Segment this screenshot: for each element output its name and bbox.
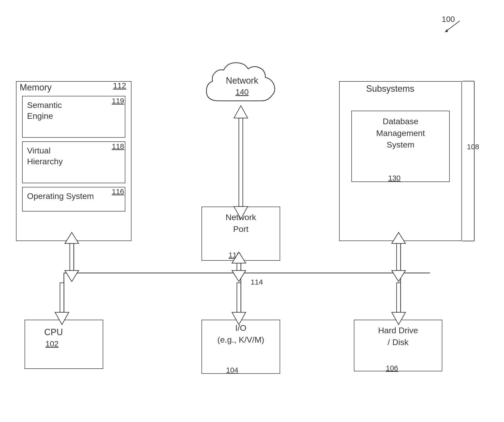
network-cloud: Network 140 <box>199 52 288 116</box>
semantic-engine-label: SemanticEngine <box>27 100 62 121</box>
svg-rect-8 <box>239 118 243 207</box>
svg-rect-21 <box>237 263 241 271</box>
svg-text:140: 140 <box>235 88 248 96</box>
network-port-ref: 110 <box>229 251 241 259</box>
operating-system-ref: 116 <box>112 187 124 196</box>
io-ref: 104 <box>226 366 238 374</box>
svg-marker-1 <box>445 29 448 32</box>
svg-rect-31 <box>397 283 401 312</box>
database-ref: 130 <box>388 174 401 182</box>
subsystems-label: Subsystems <box>366 84 414 94</box>
cloud-svg: Network 140 <box>199 52 288 116</box>
svg-marker-26 <box>392 271 405 282</box>
io-down-arrow <box>232 283 246 325</box>
svg-rect-27 <box>60 283 64 312</box>
diagram: 100 Memory 112 SemanticEngine 119 Virtua… <box>0 0 504 422</box>
svg-marker-20 <box>65 271 79 282</box>
hard-drive-ref: 106 <box>386 364 398 372</box>
svg-marker-23 <box>232 271 246 282</box>
memory-label: Memory <box>20 82 52 93</box>
virtual-hierarchy-label: VirtualHierarchy <box>27 145 63 167</box>
hd-down-arrow <box>392 283 405 325</box>
memory-ref: 112 <box>113 81 126 90</box>
semantic-engine-ref: 119 <box>112 97 124 105</box>
cpu-label: CPU <box>44 327 63 337</box>
ref-100-arrow <box>443 20 462 34</box>
operating-system-label: Operating System <box>27 191 94 201</box>
svg-rect-24 <box>397 243 401 271</box>
ref-108-label: 108 <box>467 143 479 151</box>
svg-rect-29 <box>237 283 241 312</box>
cpu-down-arrow <box>55 283 69 325</box>
ref-114-label: 114 <box>251 278 263 286</box>
network-port-label: NetworkPort <box>209 211 273 235</box>
network-netport-arrow <box>234 106 248 219</box>
database-label: DatabaseManagementSystem <box>361 116 440 151</box>
virtual-hierarchy-ref: 118 <box>112 142 124 151</box>
cpu-ref: 102 <box>45 339 58 348</box>
cpu-box <box>25 320 103 369</box>
svg-rect-18 <box>70 243 74 271</box>
hard-drive-label: Hard Drive/ Disk <box>358 325 439 348</box>
io-label: I/O(e.g., K/V/M) <box>206 322 275 346</box>
svg-text:Network: Network <box>226 75 259 86</box>
